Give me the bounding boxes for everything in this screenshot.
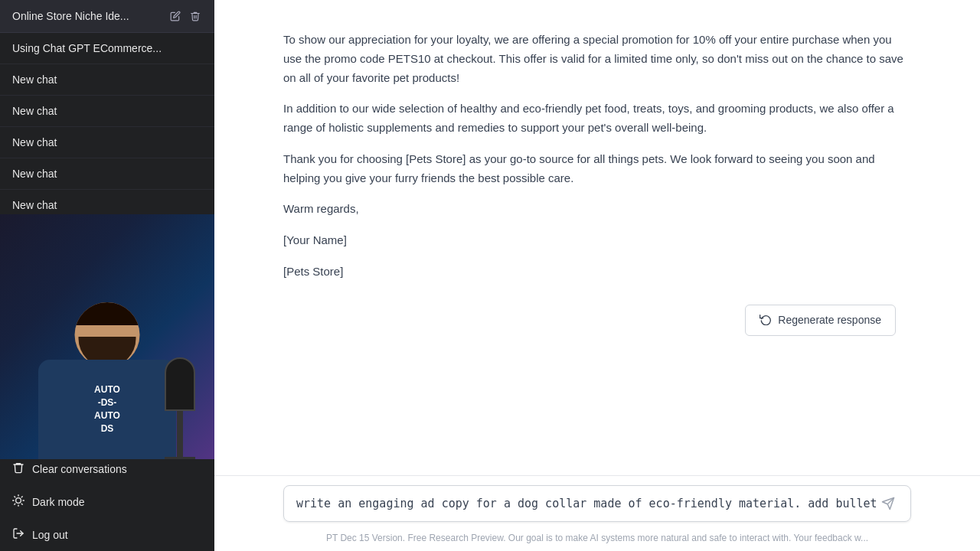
message-paragraph-5: [Your Name] (283, 231, 911, 250)
sidebar-item-new-chat-1[interactable]: New chat (0, 64, 214, 96)
regenerate-button[interactable]: Regenerate response (745, 305, 896, 336)
sidebar-bottom: Clear conversations Dark mode (0, 452, 214, 551)
clear-conversations-label: Clear conversations (32, 463, 127, 475)
webcam-person: AUTO-DS-AUTODS (0, 214, 214, 459)
sidebar-item-new-chat-2[interactable]: New chat (0, 96, 214, 127)
message-paragraph-1: To show our appreciation for your loyalt… (283, 31, 911, 87)
sidebar-item-new-chat-3[interactable]: New chat (0, 127, 214, 158)
message-paragraph-2: In addition to our wide selection of hea… (283, 99, 911, 138)
sidebar-item-new-chat-4[interactable]: New chat (0, 158, 214, 190)
assistant-message: To show our appreciation for your loyalt… (253, 15, 942, 297)
footer-text: PT Dec 15 Version. Free Research Preview… (296, 528, 899, 551)
message-paragraph-4: Warm regards, (283, 200, 911, 219)
chat-messages: To show our appreciation for your loyalt… (214, 0, 980, 475)
sidebar: Online Store Niche Ide... Using Chat GPT… (0, 0, 214, 551)
sidebar-item-label: Using Chat GPT ECommerce... (12, 42, 162, 54)
input-area (214, 475, 980, 529)
clear-icon (12, 461, 24, 476)
regenerate-label: Regenerate response (778, 314, 881, 326)
dark-mode-button[interactable]: Dark mode (0, 485, 214, 518)
dark-mode-label: Dark mode (32, 496, 84, 508)
svg-line-3 (15, 497, 15, 497)
logout-icon (12, 527, 24, 542)
regenerate-icon (760, 313, 772, 328)
logout-button[interactable]: Log out (0, 518, 214, 551)
sidebar-item-online-store[interactable]: Online Store Niche Ide... (0, 0, 214, 33)
input-container (283, 485, 911, 523)
regenerate-area: Regenerate response (253, 297, 942, 344)
svg-line-7 (15, 504, 15, 504)
sidebar-item-label: New chat (12, 105, 57, 117)
svg-point-0 (16, 498, 21, 504)
message-paragraph-6: [Pets Store] (283, 262, 911, 282)
sidebar-item-label: Online Store Niche Ide... (12, 10, 168, 22)
delete-chat-button[interactable] (188, 9, 202, 23)
chat-input[interactable] (296, 495, 878, 513)
sun-icon (12, 494, 24, 509)
svg-line-8 (21, 497, 22, 497)
sidebar-item-label: New chat (12, 199, 57, 211)
message-paragraph-3: Thank you for choosing [Pets Store] as y… (283, 150, 911, 188)
webcam-overlay: AUTO-DS-AUTODS (0, 214, 214, 459)
main-content: To show our appreciation for your loyalt… (214, 0, 980, 551)
send-button[interactable] (878, 495, 898, 512)
logout-label: Log out (32, 529, 68, 541)
sidebar-item-label: New chat (12, 136, 57, 148)
sidebar-item-using-chatgpt[interactable]: Using Chat GPT ECommerce... (0, 33, 214, 64)
sidebar-item-label: New chat (12, 168, 57, 180)
svg-line-4 (21, 504, 22, 504)
edit-chat-button[interactable] (168, 9, 182, 23)
sidebar-item-actions (168, 9, 202, 23)
sidebar-item-label: New chat (12, 73, 57, 86)
